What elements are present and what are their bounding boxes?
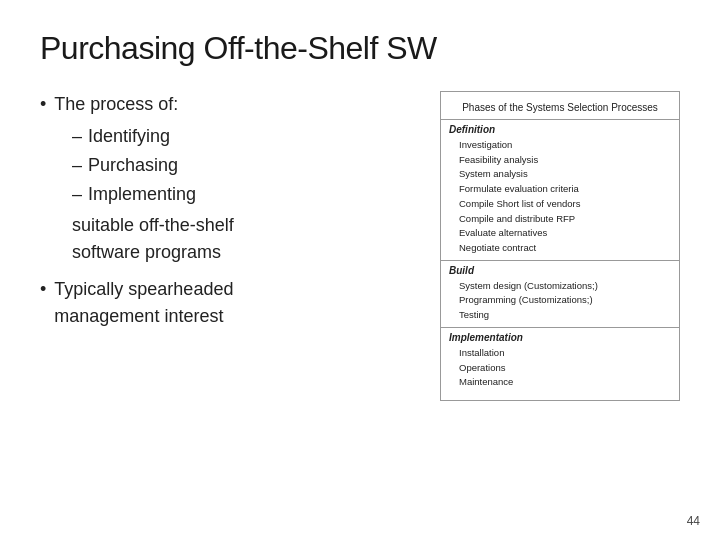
section-items-implementation: Installation Operations Maintenance xyxy=(441,345,679,394)
section-item: Compile Short list of vendors xyxy=(459,197,671,212)
sub-item-2-label: Purchasing xyxy=(88,151,178,180)
bullet-2: • Typically spearheadedmanagement intere… xyxy=(40,276,420,330)
sub-item-2: – Purchasing xyxy=(72,151,420,180)
section-item: Feasibility analysis xyxy=(459,153,671,168)
section-label-definition: Definition xyxy=(441,120,679,137)
section-item: Negotiate contract xyxy=(459,241,671,256)
sub-item-3-label: Implementing xyxy=(88,180,196,209)
slide-title: Purchasing Off-the-Shelf SW xyxy=(40,30,680,67)
dash-1: – xyxy=(72,122,82,151)
sub-item-3: – Implementing xyxy=(72,180,420,209)
sub-items: – Identifying – Purchasing – Implementin… xyxy=(72,122,420,208)
section-item: Evaluate alternatives xyxy=(459,226,671,241)
section-item: Formulate evaluation criteria xyxy=(459,182,671,197)
diagram-section-implementation: Implementation Installation Operations M… xyxy=(441,328,679,394)
dash-3: – xyxy=(72,180,82,209)
section-label-build: Build xyxy=(441,261,679,278)
bullet-dot-1: • xyxy=(40,91,46,118)
section-item-system-analysis: System analysis xyxy=(459,167,671,182)
section-item: Maintenance xyxy=(459,375,671,390)
section-items-definition: Investigation Feasibility analysis Syste… xyxy=(441,137,679,260)
section-item: Installation xyxy=(459,346,671,361)
page-number: 44 xyxy=(687,514,700,528)
section-items-build: System design (Customizations;) Programm… xyxy=(441,278,679,327)
dash-2: – xyxy=(72,151,82,180)
section-item: Programming (Customizations;) xyxy=(459,293,671,308)
bullet-dot-2: • xyxy=(40,276,46,303)
section-item: Testing xyxy=(459,308,671,323)
left-content: • The process of: – Identifying – Purcha… xyxy=(40,91,420,330)
sub-item-1-label: Identifying xyxy=(88,122,170,151)
bullet-1: • The process of: xyxy=(40,91,420,118)
slide-container: Purchasing Off-the-Shelf SW • The proces… xyxy=(0,0,720,540)
section-item-operations: Operations xyxy=(459,361,671,376)
diagram-section-definition: Definition Investigation Feasibility ana… xyxy=(441,120,679,261)
section-item: System design (Customizations;) xyxy=(459,279,671,294)
suitable-text: suitable off-the-shelfsoftware programs xyxy=(72,212,420,266)
bullet-2-label: Typically spearheadedmanagement interest xyxy=(54,276,233,330)
diagram-section-build: Build System design (Customizations;) Pr… xyxy=(441,261,679,328)
content-area: • The process of: – Identifying – Purcha… xyxy=(40,91,680,401)
section-label-implementation: Implementation xyxy=(441,328,679,345)
section-item: Investigation xyxy=(459,138,671,153)
right-diagram: Phases of the Systems Selection Processe… xyxy=(440,91,680,401)
section-item: Compile and distribute RFP xyxy=(459,212,671,227)
bullet-1-label: The process of: xyxy=(54,91,178,118)
diagram-title: Phases of the Systems Selection Processe… xyxy=(441,98,679,120)
sub-item-1: – Identifying xyxy=(72,122,420,151)
